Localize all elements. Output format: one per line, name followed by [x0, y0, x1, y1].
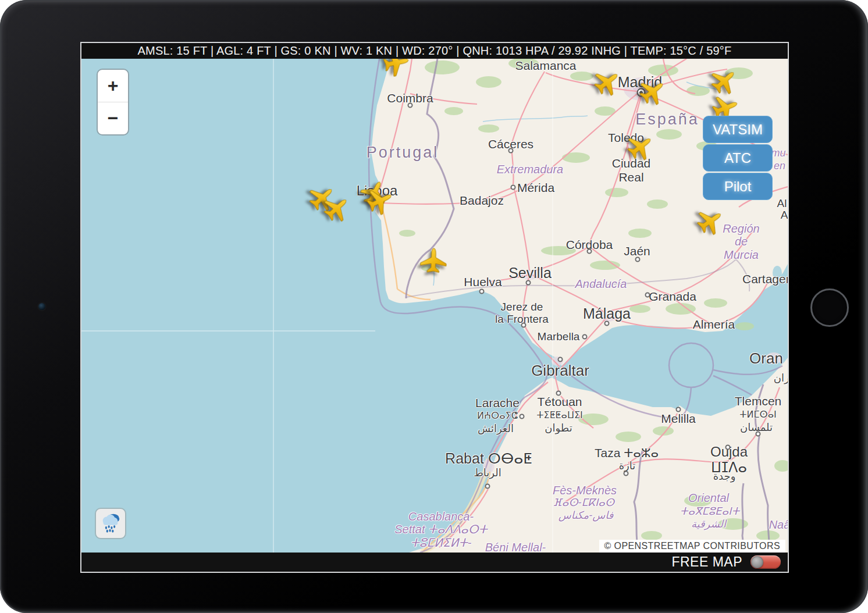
tablet-frame: AMSL: 15 FT | AGL: 4 FT | GS: 0 KN | WV:…	[0, 0, 868, 613]
city-marker	[521, 323, 527, 328]
weather-layer-button[interactable]	[95, 508, 126, 539]
aircraft-marker[interactable]	[419, 247, 448, 276]
front-camera	[38, 303, 45, 310]
home-button[interactable]	[810, 288, 849, 327]
city-marker	[511, 185, 516, 190]
zoom-control: + −	[97, 69, 129, 136]
rain-cloud-icon	[99, 511, 122, 536]
city-marker	[645, 293, 650, 298]
pilot-button[interactable]: Pilot	[703, 173, 773, 200]
city-marker	[479, 289, 485, 294]
map-attribution: © OPENSTREETMAP CONTRIBUTORS	[599, 540, 785, 553]
city-marker	[635, 257, 641, 262]
city-marker	[508, 148, 514, 154]
zoom-in-button[interactable]: +	[98, 70, 128, 102]
free-map-label: FREE MAP	[671, 554, 742, 570]
map-base	[81, 59, 788, 553]
city-marker	[556, 391, 561, 396]
vatsim-button[interactable]: VATSIM	[703, 116, 773, 143]
city-marker	[526, 280, 531, 286]
city-marker	[520, 414, 525, 419]
city-marker	[676, 407, 681, 412]
city-marker	[587, 249, 592, 254]
city-marker	[558, 357, 563, 362]
map-canvas[interactable]: SalamancaCoimbraMadridEspañaToledoCácere…	[81, 59, 788, 553]
city-marker	[582, 334, 588, 340]
city-marker	[756, 432, 761, 437]
layer-filter-group: VATSIM ATC Pilot	[703, 116, 773, 200]
city-marker	[624, 471, 629, 476]
free-map-toggle[interactable]	[750, 555, 781, 569]
toggle-knob	[751, 556, 763, 568]
city-marker	[485, 484, 490, 489]
app-screen: AMSL: 15 FT | AGL: 4 FT | GS: 0 KN | WV:…	[80, 42, 789, 573]
zoom-out-button[interactable]: −	[98, 102, 128, 134]
city-marker	[408, 103, 413, 108]
city-marker	[725, 445, 731, 450]
city-marker	[604, 321, 610, 326]
bottom-bar: FREE MAP	[81, 553, 788, 572]
flight-status-bar: AMSL: 15 FT | AGL: 4 FT | GS: 0 KN | WV:…	[81, 43, 788, 59]
atc-button[interactable]: ATC	[703, 144, 773, 172]
